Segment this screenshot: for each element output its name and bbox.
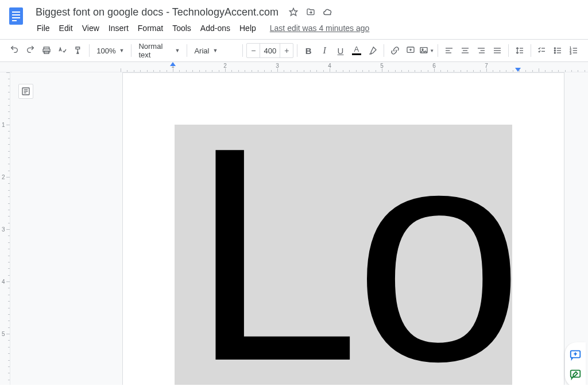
- document-page[interactable]: Lo: [122, 72, 564, 385]
- underline-button[interactable]: U: [333, 43, 348, 59]
- font-size-input[interactable]: [260, 44, 280, 57]
- vruler-number: 3: [2, 226, 5, 233]
- page-text[interactable]: Lo: [191, 125, 512, 385]
- svg-rect-3: [12, 17, 20, 18]
- move-folder-icon[interactable]: [305, 6, 316, 18]
- toolbar-separator: [531, 44, 531, 57]
- caret-down-icon: ▼: [119, 48, 125, 53]
- redo-button[interactable]: [23, 43, 38, 59]
- workspace: 12345 Lo: [0, 72, 588, 385]
- star-icon[interactable]: [288, 6, 299, 18]
- docs-logo-icon[interactable]: [5, 5, 28, 28]
- document-title[interactable]: Biggest font on google docs - Technology…: [32, 5, 282, 20]
- vruler-number: 1: [2, 122, 5, 128]
- toolbar-separator: [131, 44, 131, 57]
- toolbar-separator: [438, 44, 438, 57]
- numbered-list-button[interactable]: 123: [566, 43, 581, 59]
- app-header: Biggest font on google docs - Technology…: [0, 0, 588, 36]
- menu-format[interactable]: Format: [133, 21, 168, 35]
- svg-point-29: [555, 48, 556, 49]
- ruler-number: 3: [276, 63, 279, 69]
- menu-edit[interactable]: Edit: [55, 21, 78, 35]
- vruler-number: 5: [2, 331, 5, 337]
- align-left-button[interactable]: [442, 43, 457, 59]
- canvas-area: Lo: [10, 72, 588, 385]
- vruler-number: 2: [2, 174, 5, 180]
- menu-file[interactable]: File: [32, 21, 55, 35]
- svg-rect-0: [9, 7, 23, 25]
- toolbar-separator: [297, 44, 297, 57]
- style-value: Normal text: [138, 42, 171, 59]
- align-center-button[interactable]: [458, 43, 473, 59]
- font-value: Arial: [194, 47, 209, 55]
- suggest-edits-float-button[interactable]: [567, 366, 583, 383]
- insert-comment-button[interactable]: [403, 43, 418, 59]
- font-select[interactable]: Arial▼: [191, 43, 239, 58]
- toolbar-separator: [89, 44, 90, 57]
- paragraph-style-select[interactable]: Normal text▼: [135, 43, 183, 58]
- toolbar: 100%▼ Normal text▼ Arial▼ − + B I U A ▼ …: [0, 39, 588, 62]
- checklist-button[interactable]: [534, 43, 549, 59]
- bulleted-list-button[interactable]: [550, 43, 565, 59]
- insert-link-button[interactable]: [388, 43, 403, 59]
- undo-button[interactable]: [7, 43, 22, 59]
- text-color-letter: A: [354, 46, 359, 53]
- menu-tools[interactable]: Tools: [168, 21, 196, 35]
- menu-help[interactable]: Help: [235, 21, 261, 35]
- text-color-button[interactable]: A: [349, 43, 364, 59]
- align-right-button[interactable]: [474, 43, 489, 59]
- zoom-select[interactable]: 100%▼: [93, 43, 127, 58]
- ruler-number: 4: [328, 63, 331, 69]
- insert-image-button[interactable]: ▼: [419, 43, 434, 59]
- toolbar-separator: [242, 44, 243, 57]
- title-row: Biggest font on google docs - Technology…: [32, 5, 583, 20]
- menu-view[interactable]: View: [78, 21, 104, 35]
- vruler-number: 4: [2, 279, 5, 285]
- svg-point-11: [422, 49, 423, 50]
- align-justify-button[interactable]: [490, 43, 505, 59]
- zoom-value: 100%: [96, 47, 115, 55]
- caret-down-icon: ▼: [430, 48, 434, 53]
- bold-button[interactable]: B: [301, 43, 316, 59]
- caret-down-icon: ▼: [212, 48, 218, 53]
- document-outline-button[interactable]: [18, 84, 33, 99]
- menu-insert[interactable]: Insert: [104, 21, 133, 35]
- print-button[interactable]: [39, 43, 54, 59]
- menu-addons[interactable]: Add-ons: [196, 21, 235, 35]
- svg-rect-1: [12, 11, 20, 13]
- font-size-control: − +: [246, 43, 293, 58]
- menu-bar: File Edit View Insert Format Tools Add-o…: [32, 21, 583, 36]
- svg-rect-2: [12, 14, 20, 16]
- font-size-increase-button[interactable]: +: [280, 44, 293, 57]
- header-main: Biggest font on google docs - Technology…: [32, 5, 583, 36]
- ruler-number: 7: [485, 63, 488, 69]
- ruler-number: 2: [223, 63, 227, 69]
- vertical-ruler[interactable]: 12345: [0, 72, 10, 385]
- ruler-number: 5: [380, 63, 384, 69]
- line-spacing-button[interactable]: [512, 43, 527, 59]
- svg-point-31: [555, 52, 556, 53]
- last-edit-link[interactable]: Last edit was 4 minutes ago: [270, 24, 370, 33]
- caret-down-icon: ▼: [175, 48, 180, 53]
- cloud-status-icon[interactable]: [322, 6, 334, 18]
- page-content[interactable]: Lo: [175, 125, 512, 385]
- svg-rect-4: [12, 20, 17, 21]
- highlight-button[interactable]: [365, 43, 380, 59]
- italic-button[interactable]: I: [317, 43, 332, 59]
- svg-text:3: 3: [570, 52, 571, 55]
- toolbar-separator: [508, 44, 509, 57]
- add-comment-float-button[interactable]: [567, 347, 583, 363]
- spellcheck-button[interactable]: [55, 43, 70, 59]
- toolbar-separator: [187, 44, 187, 57]
- text-color-bar: [352, 53, 361, 55]
- side-float-controls: [565, 342, 586, 385]
- svg-point-30: [555, 50, 556, 51]
- ruler-number: 6: [432, 63, 436, 69]
- svg-marker-5: [289, 8, 297, 16]
- font-size-decrease-button[interactable]: −: [247, 44, 260, 57]
- horizontal-ruler[interactable]: 1234567: [0, 62, 588, 72]
- paint-format-button[interactable]: [71, 43, 86, 59]
- toolbar-separator: [384, 44, 384, 57]
